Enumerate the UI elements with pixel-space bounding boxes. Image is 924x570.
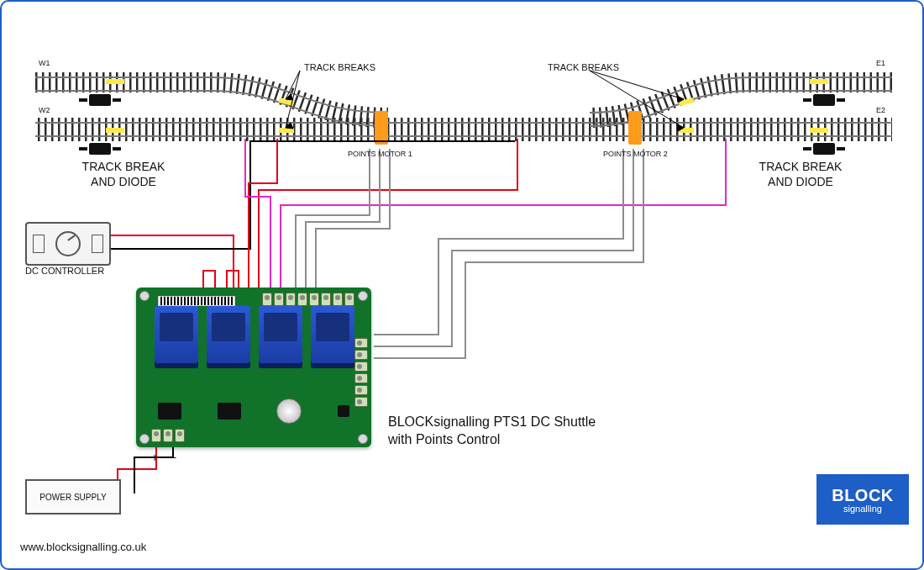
trimmer-knob-icon xyxy=(276,398,302,424)
button-icon xyxy=(338,405,349,417)
svg-rect-10 xyxy=(810,128,828,133)
label-track-breaks-right: TRACK BREAKS xyxy=(548,62,619,72)
diode-w2 xyxy=(82,143,118,158)
diode-e1 xyxy=(806,94,842,109)
logo-line2: signalling xyxy=(843,504,882,514)
power-supply-label: POWER SUPPLY xyxy=(39,493,106,502)
wire-track-red-left xyxy=(249,140,277,304)
ic-chip-icon xyxy=(218,403,241,420)
terminal-block-power xyxy=(151,429,185,442)
diagram-svg xyxy=(2,2,924,570)
label-points-motor-1: POINTS MOTOR 1 xyxy=(348,150,412,158)
svg-line-19 xyxy=(590,71,684,99)
track-through xyxy=(35,118,892,141)
wire-psu-red xyxy=(118,442,156,493)
brand-logo: BLOCK signalling xyxy=(816,474,909,525)
dc-controller xyxy=(25,222,111,266)
wire-pm2-g3 xyxy=(375,150,643,358)
terminal-block-right xyxy=(354,338,368,407)
label-points-motor-2: POINTS MOTOR 2 xyxy=(603,150,668,158)
svg-rect-6 xyxy=(106,128,124,133)
wire-dc-black xyxy=(109,141,514,249)
relay-2 xyxy=(207,306,250,368)
label-plus: + xyxy=(151,451,158,464)
logo-line1: BLOCK xyxy=(832,486,894,505)
wire-psu-black xyxy=(134,442,173,493)
diode-w1 xyxy=(82,94,118,109)
dc-dial-icon xyxy=(55,231,81,256)
product-title: BLOCKsignalling PTS1 DC Shuttle with Poi… xyxy=(388,414,596,449)
label-w1: W1 xyxy=(39,59,50,67)
barcode-icon xyxy=(158,296,235,306)
label-track-breaks-left: TRACK BREAKS xyxy=(304,62,375,72)
terminal-block-top xyxy=(262,293,354,306)
ic-chip-icon xyxy=(158,403,181,420)
label-dc-controller: DC CONTROLLER xyxy=(25,266,104,276)
wire-pm2-g1 xyxy=(375,150,623,335)
dc-terminal-right xyxy=(92,235,103,253)
svg-rect-9 xyxy=(810,79,828,84)
label-minus: − xyxy=(170,451,176,464)
product-title-line1: BLOCKsignalling PTS1 DC Shuttle xyxy=(388,414,596,429)
product-title-line2: with Points Control xyxy=(388,432,500,446)
wire-pm1-g3 xyxy=(316,150,390,304)
relay-3 xyxy=(259,306,302,368)
wire-pm2-g2 xyxy=(375,150,633,346)
diode-e2 xyxy=(806,143,842,158)
svg-rect-2 xyxy=(35,118,892,141)
relay-row xyxy=(155,306,354,368)
svg-rect-14 xyxy=(628,111,642,145)
label-e1: E1 xyxy=(876,59,885,67)
wire-track-red-right xyxy=(259,140,517,304)
diagram-frame: W1 W2 E1 E2 TRACK BREAKS TRACK BREAKS PO… xyxy=(0,0,924,570)
power-supply: POWER SUPPLY xyxy=(25,479,121,515)
wire-pm1-g2 xyxy=(306,150,380,304)
svg-rect-13 xyxy=(375,111,388,145)
relay-1 xyxy=(155,306,198,368)
relay-4 xyxy=(311,306,354,368)
label-e2: E2 xyxy=(876,106,885,114)
label-track-break-diode-right: TRACK BREAKAND DIODE xyxy=(729,160,872,189)
label-w2: W2 xyxy=(39,106,50,114)
wire-pm1-g1 xyxy=(296,150,370,304)
dc-terminal-left xyxy=(33,235,45,253)
svg-rect-5 xyxy=(106,79,124,84)
pts1-board xyxy=(136,288,371,447)
website-url: www.blocksignalling.co.uk xyxy=(20,541,146,553)
label-track-break-diode-left: TRACK BREAKAND DIODE xyxy=(52,160,195,189)
